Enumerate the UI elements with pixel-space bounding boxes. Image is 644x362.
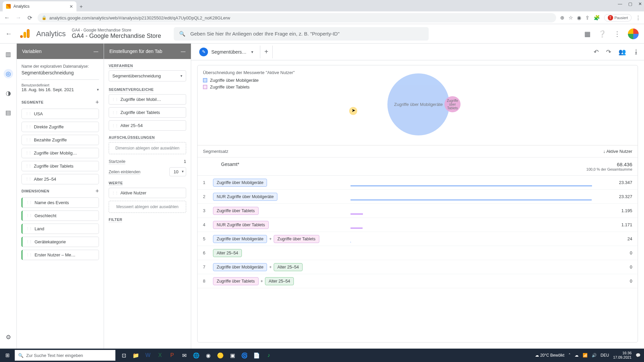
- segment-chip[interactable]: ⋮⋮Zugriffe über Mobilg…: [21, 148, 99, 158]
- weather-widget[interactable]: ☁ 20°C Bewölkt: [535, 353, 565, 358]
- table-row[interactable]: 4NUR Zugriffe über Tablets1.171: [198, 218, 638, 232]
- dimension-chip[interactable]: ⋮⋮Erster Nutzer – Me…: [21, 250, 99, 260]
- more-menu-icon[interactable]: ⋮: [614, 30, 621, 38]
- values-label: WERTE: [109, 181, 186, 185]
- close-window-button[interactable]: ✕: [638, 1, 642, 6]
- dimension-chip[interactable]: ⋮⋮Name des Events: [21, 197, 99, 208]
- obs-icon[interactable]: ◉: [203, 349, 214, 362]
- tab-close-icon[interactable]: ✕: [69, 4, 73, 9]
- venn-diagram[interactable]: Zugriffe über Mobilgeräte Zugriffe über …: [377, 70, 512, 134]
- nav-reports-icon[interactable]: ▥: [4, 50, 13, 59]
- canvas-tab[interactable]: ✎ Segmentübers… ▾: [196, 46, 257, 58]
- excel-icon[interactable]: X: [154, 349, 166, 362]
- url-field[interactable]: 🔒 analytics.google.com/analytics/web/#/a…: [38, 13, 556, 22]
- collapse-icon[interactable]: —: [94, 49, 98, 54]
- segment-chip[interactable]: ⋮⋮Direkte Zugriffe: [21, 122, 99, 132]
- app-icon[interactable]: 🟡: [215, 349, 226, 362]
- value-chip[interactable]: ⋮⋮ Aktive Nutzer: [109, 188, 186, 198]
- segment-chip[interactable]: ⋮⋮Zugriffe über Tablets: [21, 161, 99, 171]
- table-row[interactable]: 6Alter 25–540: [198, 246, 638, 260]
- new-tab-button[interactable]: +: [76, 2, 86, 11]
- chrome-icon[interactable]: 🌐: [191, 349, 202, 362]
- task-view-icon[interactable]: ⊡: [118, 349, 129, 362]
- ga-back-button[interactable]: ←: [5, 30, 13, 38]
- add-segment-button[interactable]: +: [95, 99, 99, 106]
- zoom-icon[interactable]: ⊕: [560, 15, 565, 21]
- share-icon[interactable]: 👥: [619, 48, 626, 56]
- row-value: 0: [592, 264, 632, 269]
- values-dropzone[interactable]: Messwert ablegen oder auswählen: [109, 201, 186, 213]
- property-selector[interactable]: GA4 - Google Merchandise Store GA4 - Goo…: [72, 28, 161, 40]
- canvas-add-tab-button[interactable]: +: [260, 46, 273, 58]
- start-button[interactable]: ⊞: [0, 349, 15, 362]
- nav-advertising-icon[interactable]: ◑: [4, 88, 13, 98]
- date-picker[interactable]: Benutzerdefiniert 18. Aug. bis 16. Sept.…: [21, 79, 99, 96]
- maximize-button[interactable]: ▢: [628, 1, 632, 6]
- startrow-value[interactable]: 1: [184, 159, 186, 164]
- col-segmentset[interactable]: Segmentsatz: [203, 149, 351, 154]
- nav-configure-icon[interactable]: ▤: [4, 108, 13, 117]
- add-dimension-button[interactable]: +: [95, 188, 99, 195]
- segment-compare-chip[interactable]: ⋮⋮Zugriffe über Tablets: [109, 107, 186, 118]
- clock[interactable]: 16:36 17.09.2021: [613, 351, 632, 359]
- taskbar-search[interactable]: 🔍 Zur Suche Text hier eingeben: [15, 350, 115, 361]
- table-row[interactable]: 7Zugriffe über Mobilgeräte+Alter 25–540: [198, 260, 638, 274]
- extensions-puzzle-icon[interactable]: 🧩: [594, 15, 600, 21]
- segment-chip[interactable]: ⋮⋮Alter 25–54: [21, 174, 99, 184]
- explorer-icon[interactable]: 📁: [130, 349, 142, 362]
- dimension-chip[interactable]: ⋮⋮Gerätekategorie: [21, 237, 99, 247]
- nav-explore-icon[interactable]: ◎: [4, 69, 13, 78]
- share-icon[interactable]: ⇪: [585, 15, 590, 21]
- browser-tab[interactable]: Analytics ✕: [3, 1, 76, 11]
- technique-select[interactable]: Segmentüberschneidung▾: [109, 70, 186, 81]
- user-avatar[interactable]: [628, 28, 639, 39]
- collapse-icon[interactable]: —: [181, 49, 185, 54]
- language-indicator[interactable]: DEU: [601, 353, 609, 358]
- volume-icon[interactable]: 🔊: [592, 353, 597, 358]
- onedrive-icon[interactable]: ☁: [575, 353, 579, 358]
- notifications-icon[interactable]: 💬: [636, 353, 641, 358]
- minimize-button[interactable]: —: [618, 1, 622, 6]
- help-icon[interactable]: ❔: [598, 30, 606, 38]
- showrows-select[interactable]: 10: [169, 167, 186, 176]
- plus-icon: +: [269, 264, 272, 269]
- wifi-icon[interactable]: 📶: [583, 353, 588, 358]
- table-row[interactable]: 2NUR Zugriffe über Mobilgeräte23.327: [198, 190, 638, 204]
- table-row[interactable]: 5Zugriffe über Mobilgeräte+Zugriffe über…: [198, 232, 638, 246]
- word-icon[interactable]: W: [142, 349, 154, 362]
- notepad-icon[interactable]: 📄: [251, 349, 262, 362]
- app2-icon[interactable]: ▣: [227, 349, 238, 362]
- edge-icon[interactable]: 🌀: [239, 349, 250, 362]
- segment-compare-chip[interactable]: ⋮⋮Alter 25–54: [109, 120, 186, 131]
- profile-paused-button[interactable]: T Pausiert: [604, 14, 632, 21]
- tray-chevron-icon[interactable]: ˄: [569, 353, 571, 358]
- redo-icon[interactable]: ↷: [606, 48, 611, 56]
- reload-button[interactable]: ⟳: [26, 14, 34, 21]
- breakdown-dropzone[interactable]: Dimension ablegen oder auswählen: [109, 142, 186, 154]
- table-row[interactable]: 1Zugriffe über Mobilgeräte23.347: [198, 176, 638, 190]
- nav-admin-gear-icon[interactable]: ⚙: [4, 333, 13, 342]
- dimension-chip[interactable]: ⋮⋮Geschlecht: [21, 210, 99, 221]
- app-search[interactable]: 🔍 Geben Sie hier Ihr Anliegen oder Ihre …: [174, 27, 429, 41]
- exploration-name-value[interactable]: Segmentüberschneidung: [21, 70, 99, 75]
- extension-icon[interactable]: ◉: [577, 15, 581, 21]
- download-icon[interactable]: ⭳: [633, 48, 639, 56]
- col-metric[interactable]: ↓ Aktive Nutzer: [603, 149, 632, 154]
- powerpoint-icon[interactable]: P: [166, 349, 178, 362]
- undo-icon[interactable]: ↶: [594, 48, 599, 56]
- forward-button[interactable]: →: [15, 14, 22, 21]
- segment-chip[interactable]: ⋮⋮USA: [21, 109, 99, 119]
- chrome-menu-icon[interactable]: ⋮: [636, 15, 641, 21]
- bookmark-icon[interactable]: ☆: [569, 15, 573, 21]
- spotify-icon[interactable]: ♪: [263, 349, 274, 362]
- dimension-chip[interactable]: ⋮⋮Land: [21, 224, 99, 234]
- row-index: 5: [203, 236, 213, 241]
- segment-chip[interactable]: ⋮⋮Bezahlte Zugriffe: [21, 135, 99, 145]
- mail-icon[interactable]: ✉: [178, 349, 190, 362]
- table-row[interactable]: 8Zugriffe über Tablets+Alter 25–540: [198, 274, 638, 288]
- apps-grid-icon[interactable]: ▦: [584, 30, 591, 38]
- back-button[interactable]: ←: [3, 14, 11, 21]
- segment-compare-chip[interactable]: ⋮⋮Zugriffe über Mobil…: [109, 94, 186, 105]
- legend-swatch-icon: [203, 85, 207, 89]
- table-row[interactable]: 3Zugriffe über Tablets1.195: [198, 204, 638, 218]
